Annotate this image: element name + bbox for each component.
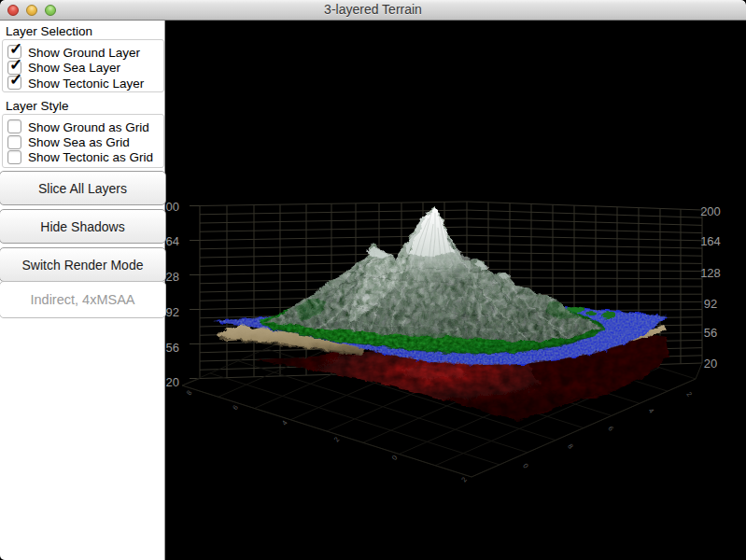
svg-text:2: 2 xyxy=(684,390,694,399)
svg-text:20: 20 xyxy=(704,357,717,371)
svg-text:6: 6 xyxy=(606,425,615,433)
svg-text:92: 92 xyxy=(166,305,179,319)
svg-text:200: 200 xyxy=(700,204,721,218)
svg-text:8: 8 xyxy=(185,388,194,397)
svg-text:20: 20 xyxy=(166,375,179,389)
svg-text:2: 2 xyxy=(459,475,469,483)
svg-text:4: 4 xyxy=(647,407,656,415)
svg-text:56: 56 xyxy=(704,326,717,340)
svg-text:6: 6 xyxy=(231,403,240,412)
svg-text:2: 2 xyxy=(332,435,342,443)
svg-text:4: 4 xyxy=(280,419,289,427)
svg-text:128: 128 xyxy=(700,266,721,280)
svg-text:164: 164 xyxy=(700,234,721,248)
svg-text:56: 56 xyxy=(166,341,179,355)
svg-text:92: 92 xyxy=(704,297,717,311)
svg-text:8: 8 xyxy=(566,442,575,451)
svg-text:0: 0 xyxy=(390,454,400,462)
svg-text:0: 0 xyxy=(521,462,530,470)
